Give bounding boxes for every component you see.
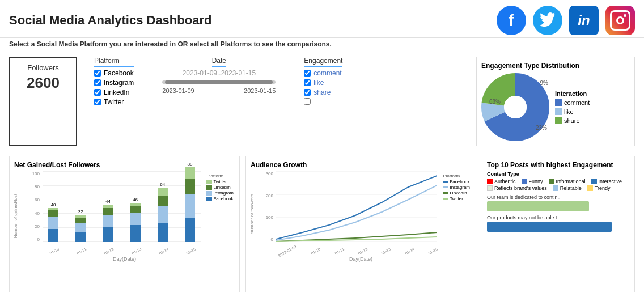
bar-x-labels: 01-10 01-11 01-12 01-13 01-14 01-15 bbox=[43, 249, 201, 253]
date-end: 2023-01-15 bbox=[244, 87, 276, 94]
bar-chart-panel: Net Gained/Lost Followers Number of gain… bbox=[9, 156, 240, 292]
eng-dist-content: 68% 9% 23% Interaction comment like bbox=[481, 73, 630, 141]
eng-legend: Interaction comment like share bbox=[555, 90, 590, 124]
platform-linkedin[interactable]: LinkedIn bbox=[94, 88, 134, 96]
bar-x-axis-label: Day(Date) bbox=[113, 256, 136, 262]
bar-fb-1 bbox=[48, 229, 58, 242]
engagement-comment[interactable]: comment bbox=[304, 69, 342, 77]
pie-chart: 68% 9% 23% bbox=[481, 73, 549, 141]
legend-comment: comment bbox=[555, 99, 590, 106]
bar-chart-area: Number of gained/lost 100 80 60 40 20 0 bbox=[14, 171, 235, 262]
platform-section: Platform Facebook Instagram LinkedIn Twi… bbox=[94, 57, 134, 146]
engagement-label: Engagement bbox=[304, 57, 342, 67]
post-label-1: Our team is dedicated to contin.. bbox=[487, 194, 630, 200]
instagram-icon[interactable] bbox=[605, 6, 635, 35]
comment-label: comment bbox=[564, 99, 590, 106]
line-x-labels: 2023-01-09 01-10 01-11 01-12 01-13 01-14… bbox=[276, 249, 437, 253]
legend-share: share bbox=[555, 117, 590, 124]
followers-label: Followers bbox=[22, 63, 65, 72]
legend-like: like bbox=[555, 108, 590, 115]
twitter-icon[interactable] bbox=[533, 6, 562, 35]
share-color bbox=[555, 117, 562, 124]
bottom-row: Net Gained/Lost Followers Number of gain… bbox=[0, 151, 644, 297]
pie-label-68: 68% bbox=[489, 99, 501, 105]
bar-li-1 bbox=[48, 210, 58, 217]
line-legend: Platform Facebook Instagram LinkedIn Twi… bbox=[443, 173, 470, 201]
date-label: Date bbox=[212, 57, 226, 67]
header: Social Media Analytics Dashboard f in bbox=[0, 0, 644, 38]
line-chart-area: Number of followers 300 200 100 0 bbox=[251, 171, 471, 262]
followers-value: 2600 bbox=[22, 74, 65, 92]
post-row-2: Our products may not be able t.. bbox=[487, 215, 630, 232]
date-range-labels: 2023-01-09 2023-01-15 bbox=[162, 87, 276, 94]
subtitle: Select a Social Media Platform you are i… bbox=[0, 38, 644, 52]
eng-dist-title: Engagement Type Distribution bbox=[481, 62, 630, 70]
line-chart-svg bbox=[276, 171, 437, 242]
comment-color bbox=[555, 99, 562, 106]
engagement-share[interactable]: share bbox=[304, 88, 342, 96]
bar-group-1: 40 bbox=[43, 202, 64, 242]
eng-legend-title: Interaction bbox=[555, 90, 590, 97]
like-color bbox=[555, 108, 562, 115]
bar-y-axis-label: Number of gained/lost bbox=[13, 194, 18, 238]
platform-instagram[interactable]: Instagram bbox=[94, 79, 134, 87]
page-title: Social Media Analytics Dashboard bbox=[9, 13, 211, 28]
date-start: 2023-01-09 bbox=[162, 87, 194, 94]
pie-label-9: 9% bbox=[540, 80, 548, 86]
line-y-axis-label: Number of followers bbox=[249, 194, 255, 234]
linkedin-icon[interactable]: in bbox=[569, 6, 599, 35]
engagement-like[interactable]: like bbox=[304, 79, 342, 87]
line-chart-panel: Audience Growth Number of followers 300 … bbox=[245, 156, 476, 292]
dashboard: Social Media Analytics Dashboard f in Se… bbox=[0, 0, 644, 297]
platform-twitter[interactable]: Twitter bbox=[94, 98, 134, 106]
engagement-dist: Engagement Type Distribution 68% 9% 23% bbox=[476, 57, 635, 146]
date-slider[interactable] bbox=[162, 80, 276, 84]
followers-box: Followers 2600 bbox=[9, 57, 77, 146]
post-bar-2 bbox=[487, 222, 612, 232]
post-bar-1 bbox=[487, 201, 589, 211]
engagement-section: Engagement comment like share bbox=[304, 57, 342, 146]
top-posts-panel: Top 10 Posts with highest Engagement Con… bbox=[482, 156, 635, 292]
bar-group-4: 46 bbox=[125, 197, 146, 242]
bar-groups: 40 32 bbox=[43, 171, 201, 242]
svg-point-3 bbox=[504, 96, 527, 118]
content-type-label: Content Type bbox=[487, 171, 630, 177]
bar-group-2: 32 bbox=[70, 209, 91, 242]
bar-legend: Platform Twitter LinkedIn Instagram Face… bbox=[206, 173, 234, 201]
content-type-legend: Authentic Funny Informational Interactiv… bbox=[487, 179, 630, 191]
social-icons: f in bbox=[497, 6, 635, 35]
bar-inst-1 bbox=[48, 217, 58, 229]
bar-group-3: 44 bbox=[97, 199, 118, 242]
platform-label: Platform bbox=[94, 57, 134, 67]
top-posts-title: Top 10 Posts with highest Engagement bbox=[487, 161, 630, 169]
bar-group-5: 64 bbox=[152, 182, 173, 242]
pie-label-23: 23% bbox=[536, 125, 547, 131]
line-x-axis-label: Day(Date) bbox=[349, 256, 372, 262]
bar-group-6: 88 bbox=[179, 162, 201, 242]
date-section: Date 2023-01-09..2023-01-15 2023-01-09 2… bbox=[162, 57, 276, 146]
platform-facebook[interactable]: Facebook bbox=[94, 69, 134, 77]
engagement-empty[interactable] bbox=[304, 98, 342, 105]
like-label: like bbox=[564, 108, 574, 115]
line-chart-title: Audience Growth bbox=[251, 161, 471, 169]
middle-row: Followers 2600 Platform Facebook Instagr… bbox=[0, 52, 644, 151]
date-range-display: 2023-01-09..2023-01-15 bbox=[183, 69, 256, 77]
share-label: share bbox=[564, 117, 580, 124]
facebook-icon[interactable]: f bbox=[497, 6, 526, 35]
bar-chart-title: Net Gained/Lost Followers bbox=[14, 161, 235, 169]
bar-y-ticks: 100 80 60 40 20 0 bbox=[20, 171, 40, 242]
post-label-2: Our products may not be able t.. bbox=[487, 215, 630, 220]
post-row-1: Our team is dedicated to contin.. bbox=[487, 194, 630, 211]
